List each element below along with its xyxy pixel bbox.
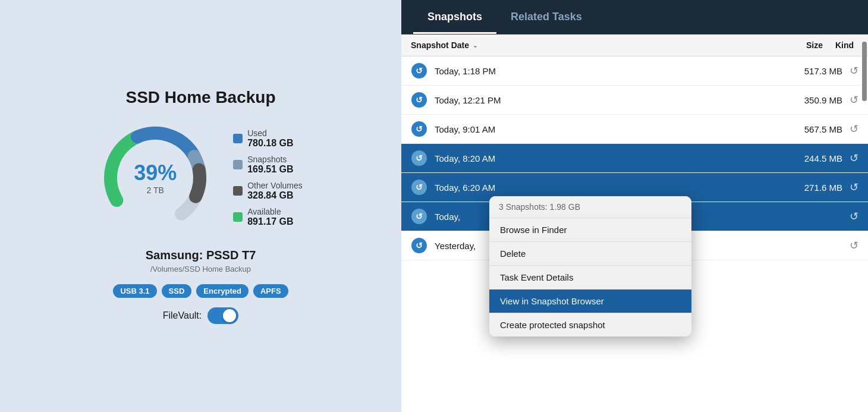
tag-usb: USB 3.1 [113, 284, 156, 298]
snapshots-dot [233, 160, 243, 169]
used-label: Used [247, 128, 293, 138]
scrollbar[interactable] [861, 39, 868, 412]
svg-text:↺: ↺ [416, 124, 423, 134]
filevault-toggle[interactable] [207, 307, 238, 324]
restore-icon[interactable]: ↺ [850, 210, 858, 223]
used-dot [233, 134, 243, 143]
donut-percent: 39% [134, 161, 177, 185]
tab-snapshots[interactable]: Snapshots [413, 0, 496, 34]
snapshot-size: 244.5 MB [783, 153, 842, 163]
used-value: 780.18 GB [247, 138, 293, 149]
available-value: 891.17 GB [247, 216, 293, 227]
col-date-header[interactable]: Snapshot Date ⌄ [411, 40, 751, 50]
tab-related-tasks[interactable]: Related Tasks [496, 0, 596, 34]
snapshot-size: 517.3 MB [783, 66, 842, 76]
snapshot-icon: ↺ [411, 150, 427, 166]
snapshot-icon: ↺ [411, 179, 427, 196]
col-size-header[interactable]: Size [751, 40, 823, 50]
available-label: Available [247, 207, 293, 216]
snapshot-size: 271.6 MB [783, 183, 842, 193]
table-row[interactable]: ↺ Today, 12:21 PM 350.9 MB ↺ [401, 86, 868, 115]
legend-item-snapshots: Snapshots 169.51 GB [233, 155, 303, 175]
svg-text:↺: ↺ [416, 153, 423, 163]
disk-visual-row: 39% 2 TB Used 780.18 GB Snapshots 169.51… [99, 121, 303, 234]
snapshot-date: Today, 1:18 PM [435, 66, 783, 76]
snapshot-size: 350.9 MB [783, 95, 842, 105]
table-header: Snapshot Date ⌄ Size Kind [401, 34, 868, 56]
donut-total: 2 TB [134, 185, 177, 195]
legend-item-other: Other Volumes 328.84 GB [233, 181, 303, 201]
snapshot-date: Today, 9:01 AM [435, 124, 783, 134]
tags-row: USB 3.1 SSD Encrypted APFS [113, 284, 288, 298]
snapshots-label: Snapshots [247, 155, 293, 164]
restore-icon[interactable]: ↺ [850, 181, 858, 194]
snapshot-icon: ↺ [411, 121, 427, 137]
context-menu-header: 3 Snapshots: 1.98 GB [489, 196, 691, 218]
tag-encrypted: Encrypted [196, 284, 249, 298]
other-dot [233, 186, 243, 196]
snapshot-icon: ↺ [411, 92, 427, 108]
legend-item-available: Available 891.17 GB [233, 207, 303, 227]
svg-text:↺: ↺ [416, 241, 423, 250]
disk-path: /Volumes/SSD Home Backup [150, 265, 251, 273]
filevault-row: FileVault: [163, 307, 239, 324]
table-row[interactable]: ↺ Today, 9:01 AM 567.5 MB ↺ [401, 115, 868, 144]
svg-text:↺: ↺ [416, 212, 423, 221]
svg-text:↺: ↺ [416, 183, 423, 192]
left-panel: SSD Home Backup 39% 2 TB [0, 0, 401, 412]
context-item-delete[interactable]: Delete [489, 242, 691, 265]
snapshot-icon: ↺ [411, 208, 427, 225]
snapshot-date: Today, 8:20 AM [435, 153, 783, 163]
snapshots-value: 169.51 GB [247, 164, 293, 175]
context-item-task-event[interactable]: Task Event Details [489, 266, 691, 289]
tag-apfs: APFS [253, 284, 288, 298]
context-menu: 3 Snapshots: 1.98 GB Browse in Finder De… [489, 196, 691, 336]
col-kind-header[interactable]: Kind [823, 40, 858, 50]
restore-icon[interactable]: ↺ [850, 239, 858, 252]
disk-legend: Used 780.18 GB Snapshots 169.51 GB Other… [233, 128, 303, 227]
svg-text:↺: ↺ [416, 95, 423, 105]
restore-icon[interactable]: ↺ [850, 122, 858, 136]
disk-title: SSD Home Backup [125, 88, 275, 107]
svg-text:↺: ↺ [416, 66, 423, 76]
legend-item-used: Used 780.18 GB [233, 128, 303, 149]
scrollbar-thumb[interactable] [862, 42, 867, 101]
snapshot-date: Today, 12:21 PM [435, 95, 783, 105]
context-item-snapshot-browser[interactable]: View in Snapshot Browser [489, 290, 691, 313]
disk-device: Samsung: PSSD T7 [146, 249, 256, 262]
right-panel: Snapshots Related Tasks Snapshot Date ⌄ … [401, 0, 868, 412]
context-item-protected[interactable]: Create protected snapshot [489, 313, 691, 336]
filevault-label: FileVault: [163, 310, 202, 321]
snapshot-size: 567.5 MB [783, 124, 842, 134]
restore-icon[interactable]: ↺ [850, 152, 858, 165]
sort-icon: ⌄ [473, 42, 477, 49]
other-label: Other Volumes [247, 181, 303, 190]
restore-icon[interactable]: ↺ [850, 64, 858, 77]
available-dot [233, 212, 243, 222]
snapshot-icon: ↺ [411, 62, 427, 79]
tag-ssd: SSD [162, 284, 192, 298]
tabs-bar: Snapshots Related Tasks [401, 0, 868, 34]
donut-chart: 39% 2 TB [99, 121, 212, 234]
other-value: 328.84 GB [247, 190, 303, 201]
table-row[interactable]: ↺ Today, 1:18 PM 517.3 MB ↺ [401, 56, 868, 86]
snapshot-icon: ↺ [411, 237, 427, 254]
snapshot-date: Today, 6:20 AM [435, 183, 783, 193]
donut-label: 39% 2 TB [134, 161, 177, 195]
context-item-browse[interactable]: Browse in Finder [489, 218, 691, 241]
table-row[interactable]: ↺ Today, 8:20 AM 244.5 MB ↺ [401, 144, 868, 173]
restore-icon[interactable]: ↺ [850, 93, 858, 106]
